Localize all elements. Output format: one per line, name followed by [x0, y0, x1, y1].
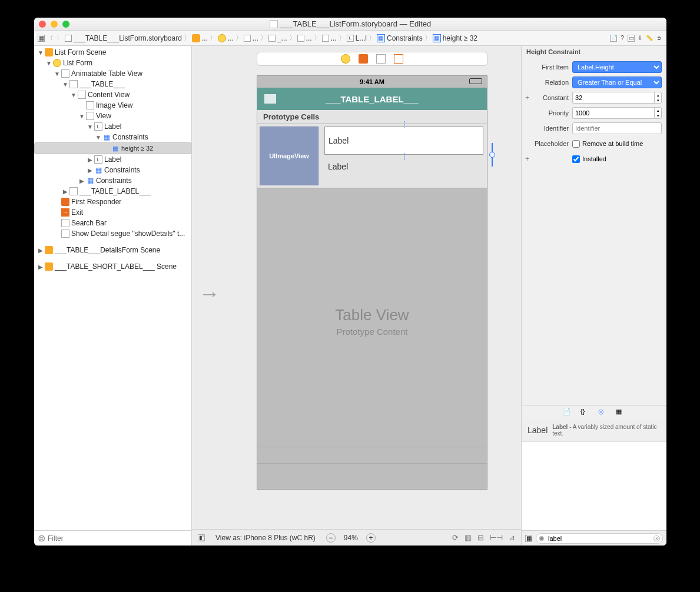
tree-row[interactable]: ▼Animatable Table View: [34, 68, 191, 79]
align-icon[interactable]: ⊟: [477, 533, 484, 542]
tree-row[interactable]: Show Detail segue "showDetails" t...: [34, 228, 191, 239]
tree-label: View: [96, 112, 111, 120]
crumb-vc[interactable]: ...〉: [218, 33, 243, 43]
code-snippet-tab-icon[interactable]: {}: [580, 408, 590, 417]
relation-select[interactable]: Greater Than or Equal: [572, 77, 662, 88]
tree-label: ___TABLE___: [79, 80, 125, 88]
outline-filter: ⊜: [34, 530, 191, 546]
tree-row[interactable]: First Responder: [34, 197, 191, 207]
related-items-icon[interactable]: ▦: [38, 35, 45, 42]
help-tab-icon[interactable]: ?: [618, 34, 626, 42]
priority-input[interactable]: [572, 107, 654, 119]
filter-icon: ⊜: [38, 533, 45, 544]
size-tab-icon[interactable]: 📏: [645, 34, 653, 42]
zoom-value: 94%: [344, 534, 358, 542]
tree-row[interactable]: ▼List Form: [34, 58, 191, 68]
constant-stepper[interactable]: ▴▾: [654, 92, 662, 104]
label-1-selected[interactable]: Label: [324, 127, 483, 155]
library-filter-input[interactable]: [536, 533, 663, 544]
tree-label: Label: [104, 122, 121, 131]
crumb-height[interactable]: ▦height ≥ 32: [433, 34, 477, 42]
crumb-view4[interactable]: ...〉: [322, 33, 346, 43]
tree-row[interactable]: ▶▦Constraints: [34, 165, 191, 175]
prototype-cell[interactable]: UIImageView Label Label: [257, 124, 487, 188]
height-constraint-indicator[interactable]: [488, 143, 496, 167]
tab-bar: [257, 463, 487, 489]
outline-toggle-icon[interactable]: ◧: [198, 534, 205, 541]
scene-first-responder-icon: [359, 54, 368, 64]
tree-row[interactable]: →Exit: [34, 207, 191, 218]
embed-stack-icon[interactable]: ▥: [465, 533, 472, 542]
clear-filter-icon[interactable]: ⓧ: [653, 534, 660, 543]
pin-icon[interactable]: ⊢⊣: [490, 533, 503, 542]
crumb-view1[interactable]: ...〉: [244, 33, 267, 43]
first-item-label: First Item: [526, 64, 569, 71]
tree-row[interactable]: ▶___TABLE___DetailsForm Scene: [34, 245, 191, 255]
tree-row[interactable]: ▦height ≥ 32: [34, 142, 191, 154]
tree-row[interactable]: ▼Content View: [34, 89, 191, 100]
installed-checkbox[interactable]: [572, 155, 580, 163]
crumb-scene[interactable]: ...〉: [192, 33, 217, 43]
image-view[interactable]: UIImageView: [260, 127, 319, 185]
scene-title-bar[interactable]: [257, 52, 487, 66]
tree-label: Constraints: [112, 133, 148, 141]
tree-row[interactable]: ▼View: [34, 111, 191, 121]
tree-row[interactable]: ▼▦Constraints: [34, 132, 191, 142]
library-grid-icon[interactable]: ▦: [525, 535, 532, 542]
tree-row[interactable]: ▶LLabel: [34, 154, 191, 165]
tree-row[interactable]: ▼___TABLE___: [34, 79, 191, 89]
crumb-file[interactable]: ___TABLE___ListForm.storyboard〉: [65, 33, 191, 43]
xcode-window: ___TABLE___ListForm.storyboard — Edited …: [34, 18, 666, 546]
identifier-input[interactable]: [572, 122, 662, 134]
device-selector[interactable]: View as: iPhone 8 Plus (wC hR): [215, 534, 316, 542]
constant-input[interactable]: [572, 92, 654, 104]
crumb-view3[interactable]: ...〉: [297, 33, 321, 43]
tree-row[interactable]: Image View: [34, 100, 191, 111]
add-constant-icon[interactable]: +: [525, 94, 531, 102]
back-blue-icon: [69, 187, 78, 195]
connections-tab-icon[interactable]: ➲: [655, 34, 663, 42]
identity-tab-icon[interactable]: ▭: [628, 35, 635, 42]
inspector-title: Height Constraint: [522, 46, 666, 58]
object-library-tab-icon[interactable]: ◎: [598, 408, 608, 417]
file-inspector-tab-icon[interactable]: 📄: [610, 35, 617, 42]
library-filter-bar: ▦ ◉ ⓧ: [522, 530, 666, 546]
tree-row[interactable]: ▼LLabel: [34, 121, 191, 132]
zoom-in-button[interactable]: +: [366, 533, 376, 543]
attributes-tab-icon[interactable]: ⇩: [636, 34, 644, 42]
nav-fwd-icon[interactable]: 〉: [55, 34, 64, 42]
priority-stepper[interactable]: ▴▾: [654, 107, 662, 119]
tree-row[interactable]: ▶___TABLE_LABEL___: [34, 186, 191, 197]
crumb-constraints[interactable]: ▦Constraints〉: [377, 33, 432, 43]
view-icon: [86, 112, 94, 120]
tv-sub: Prototype Content: [257, 327, 487, 337]
first-item-select[interactable]: Label.Height: [572, 61, 662, 73]
canvas: → 9:41 AM ___TABLE_LABEL___: [192, 46, 522, 546]
tree-row[interactable]: ▶▦Constraints: [34, 175, 191, 186]
add-installed-icon[interactable]: +: [525, 155, 531, 163]
crumb-label[interactable]: LL...l〉: [347, 33, 376, 43]
update-frames-icon[interactable]: ⟳: [452, 533, 459, 542]
tree-row[interactable]: ▼List Form Scene: [34, 47, 191, 58]
relation-label: Relation: [526, 79, 569, 86]
resolve-icon[interactable]: ⊿: [509, 533, 515, 542]
titlebar: ___TABLE___ListForm.storyboard — Edited: [34, 18, 666, 31]
file-template-tab-icon[interactable]: 📄: [563, 408, 572, 417]
outline-filter-input[interactable]: [48, 534, 188, 543]
library-item-label[interactable]: Label Label - A variably sized amount of…: [522, 419, 666, 442]
crumb-view2[interactable]: _...〉: [268, 33, 296, 43]
lib-item-title: Label: [528, 425, 548, 435]
tree-row[interactable]: ▶___TABLE_SHORT_LABEL___ Scene: [34, 261, 191, 272]
tree-row[interactable]: Search Bar: [34, 218, 191, 228]
constr-icon: ▦: [102, 133, 111, 141]
media-library-tab-icon[interactable]: ▦: [616, 408, 625, 417]
zoom-out-button[interactable]: −: [326, 533, 336, 543]
file-icon: [270, 20, 278, 28]
jump-bar: ▦ 〈 〉 ___TABLE___ListForm.storyboard〉 ..…: [34, 31, 666, 46]
menu-icon[interactable]: [264, 94, 276, 104]
view-icon: [61, 69, 69, 78]
nav-title: ___TABLE_LABEL___: [326, 94, 418, 104]
nav-back-icon[interactable]: 〈: [46, 34, 54, 42]
placeholder-checkbox[interactable]: [572, 140, 580, 148]
document-outline: ▼List Form Scene▼List Form▼Animatable Ta…: [34, 46, 192, 546]
